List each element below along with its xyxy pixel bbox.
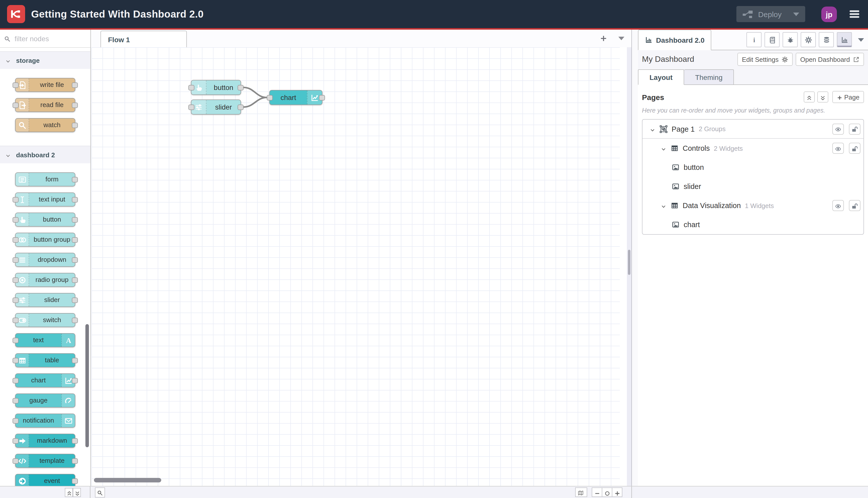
zoom-out-button[interactable] xyxy=(592,487,602,497)
input-port[interactable] xyxy=(13,237,18,243)
node-button-group[interactable]: button group xyxy=(15,233,75,247)
node-radio-group[interactable]: radio group xyxy=(15,273,75,287)
sidebar-caret-icon[interactable] xyxy=(858,38,864,41)
output-port[interactable] xyxy=(72,277,78,283)
node-slider[interactable]: slider xyxy=(191,100,241,115)
input-port[interactable] xyxy=(13,217,18,223)
add-flow-button[interactable] xyxy=(600,35,607,42)
search-input[interactable] xyxy=(14,34,86,43)
deploy-caret-icon[interactable] xyxy=(793,12,799,16)
flow-canvas[interactable]: buttonsliderchart xyxy=(91,47,627,486)
palette-scrollbar[interactable] xyxy=(85,324,89,447)
dashboard-button[interactable] xyxy=(837,32,852,47)
lock-toggle-button[interactable] xyxy=(849,123,860,134)
open-dashboard-button[interactable]: Open Dashboard xyxy=(796,53,864,66)
tab-theming[interactable]: Theming xyxy=(684,69,734,85)
output-port[interactable] xyxy=(72,378,78,383)
node-notification[interactable]: notification xyxy=(15,414,75,428)
input-port[interactable] xyxy=(188,85,195,90)
tree-row-page-1[interactable]: Page 12 Groups xyxy=(642,120,864,139)
input-port[interactable] xyxy=(188,105,195,110)
zoom-reset-button[interactable] xyxy=(602,487,612,497)
output-port[interactable] xyxy=(72,318,78,323)
tree-row-button[interactable]: button xyxy=(642,158,864,177)
node-text[interactable]: textA xyxy=(15,333,75,347)
output-port[interactable] xyxy=(72,479,78,484)
input-port[interactable] xyxy=(13,257,18,263)
visibility-toggle-button[interactable] xyxy=(832,200,844,211)
collapse-all-button[interactable] xyxy=(803,91,815,103)
input-port[interactable] xyxy=(13,398,18,404)
lock-toggle-button[interactable] xyxy=(849,200,860,211)
sidebar-tab-dashboard[interactable]: Dashboard 2.0 xyxy=(638,30,711,50)
input-port[interactable] xyxy=(13,197,18,202)
visibility-toggle-button[interactable] xyxy=(832,143,844,154)
input-port[interactable] xyxy=(13,458,18,464)
input-port[interactable] xyxy=(13,277,18,283)
input-port[interactable] xyxy=(13,298,18,303)
chevron-down-icon[interactable] xyxy=(660,202,667,209)
node-event[interactable]: event xyxy=(15,474,75,486)
node-write-file[interactable]: write file xyxy=(15,78,75,92)
flow-list-caret-icon[interactable] xyxy=(618,37,624,40)
input-port[interactable] xyxy=(13,103,18,108)
output-port[interactable] xyxy=(72,122,78,128)
node-template[interactable]: template xyxy=(15,454,75,468)
avatar[interactable]: jp xyxy=(821,6,837,22)
deploy-button[interactable]: Deploy xyxy=(737,6,805,22)
debug-button[interactable] xyxy=(783,32,798,47)
output-port[interactable] xyxy=(238,85,244,90)
node-button[interactable]: button xyxy=(15,212,75,227)
tree-row-slider[interactable]: slider xyxy=(642,177,864,196)
canvas-v-scrollbar-track[interactable] xyxy=(627,47,631,486)
config-nodes-button[interactable] xyxy=(801,32,816,47)
add-page-button[interactable]: Page xyxy=(832,91,864,103)
output-port[interactable] xyxy=(72,358,78,363)
output-port[interactable] xyxy=(72,217,78,223)
canvas-h-scrollbar[interactable] xyxy=(94,478,161,482)
input-port[interactable] xyxy=(13,338,18,343)
lock-toggle-button[interactable] xyxy=(849,143,860,154)
output-port[interactable] xyxy=(72,177,78,182)
tree-row-data-visualization[interactable]: Data Visualization1 Widgets xyxy=(642,196,864,215)
visibility-toggle-button[interactable] xyxy=(832,123,844,134)
node-text-input[interactable]: text input xyxy=(15,193,75,207)
output-port[interactable] xyxy=(72,257,78,263)
output-port[interactable] xyxy=(72,438,78,444)
canvas-v-scrollbar-thumb[interactable] xyxy=(628,250,630,275)
palette-collapse-all-button[interactable] xyxy=(65,488,73,497)
chevron-down-icon[interactable] xyxy=(650,126,655,132)
node-gauge[interactable]: gauge xyxy=(15,393,75,408)
tab-layout[interactable]: Layout xyxy=(638,69,684,85)
node-table[interactable]: table xyxy=(15,353,75,367)
node-form[interactable]: form xyxy=(15,172,75,186)
input-port[interactable] xyxy=(13,418,18,424)
output-port[interactable] xyxy=(72,237,78,243)
context-data-button[interactable] xyxy=(819,32,834,47)
tree-row-chart[interactable]: chart xyxy=(642,215,864,234)
info-button[interactable]: i xyxy=(746,32,762,47)
sidebar-splitter[interactable] xyxy=(632,30,638,486)
category-header-storage[interactable]: storage xyxy=(0,52,90,69)
tab-flow-1[interactable]: Flow 1 xyxy=(101,31,187,48)
node-markdown[interactable]: markdown xyxy=(15,434,75,448)
palette-expand-all-button[interactable] xyxy=(73,488,81,497)
zoom-in-button[interactable] xyxy=(612,487,622,497)
navigator-button[interactable] xyxy=(575,487,587,497)
node-dropdown[interactable]: dropdown xyxy=(15,253,75,267)
output-port[interactable] xyxy=(72,103,78,108)
output-port[interactable] xyxy=(72,197,78,202)
expand-all-button[interactable] xyxy=(817,91,828,103)
output-port[interactable] xyxy=(72,458,78,464)
output-port[interactable] xyxy=(72,82,78,88)
hamburger-menu-icon[interactable] xyxy=(848,9,861,19)
input-port[interactable] xyxy=(13,318,18,323)
input-port[interactable] xyxy=(13,378,18,383)
category-header-dashboard-2[interactable]: dashboard 2 xyxy=(0,146,90,163)
output-port[interactable] xyxy=(238,105,244,110)
input-port[interactable] xyxy=(13,358,18,363)
node-read-file[interactable]: read file xyxy=(15,98,75,112)
edit-settings-button[interactable]: Edit Settings xyxy=(737,53,793,66)
search-flows-button[interactable] xyxy=(95,487,105,497)
input-port[interactable] xyxy=(13,438,18,444)
